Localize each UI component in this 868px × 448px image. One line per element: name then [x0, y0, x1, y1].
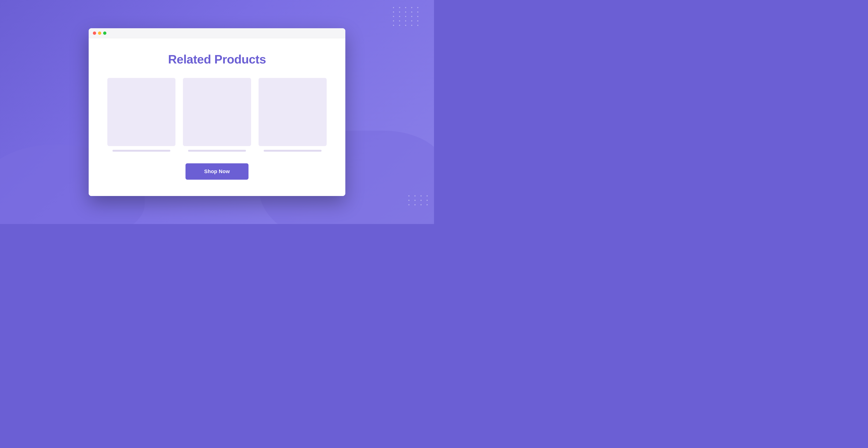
bg-dots-bottom-right	[408, 195, 429, 205]
product-image-1	[107, 78, 176, 146]
browser-window: Related Products Shop Now	[89, 28, 345, 196]
traffic-light-yellow[interactable]	[98, 32, 101, 35]
product-label-2	[188, 150, 246, 152]
product-card-3	[258, 78, 327, 152]
section-title: Related Products	[168, 52, 266, 66]
product-image-3	[258, 78, 327, 146]
browser-content: Related Products Shop Now	[89, 38, 345, 196]
product-card-2	[183, 78, 251, 152]
shop-now-button[interactable]: Shop Now	[186, 163, 248, 180]
traffic-light-red[interactable]	[93, 32, 96, 35]
product-label-3	[264, 150, 321, 152]
product-label-1	[113, 150, 170, 152]
traffic-light-green[interactable]	[103, 32, 106, 35]
browser-titlebar	[89, 28, 345, 38]
products-grid	[107, 78, 327, 152]
product-image-2	[183, 78, 251, 146]
bg-dots-top-right	[393, 7, 420, 26]
product-card-1	[107, 78, 176, 152]
